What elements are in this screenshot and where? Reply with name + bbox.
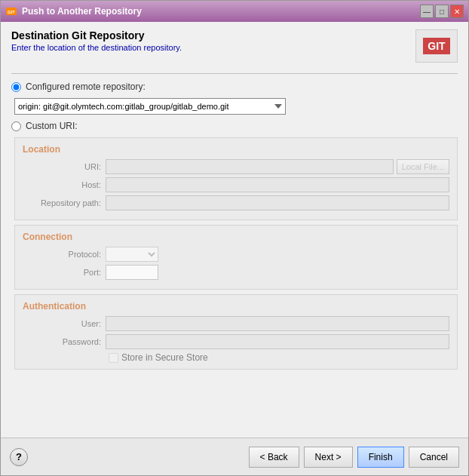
window: GIT Push to Another Repository — □ ✕ Des… bbox=[0, 0, 469, 476]
remote-dropdown-row: origin: git@git.olymtech.com:gitlab_grou… bbox=[14, 98, 458, 115]
next-button[interactable]: Next > bbox=[304, 447, 353, 468]
close-button[interactable]: ✕ bbox=[450, 5, 464, 18]
repo-path-row: Repository path: bbox=[23, 195, 449, 210]
page-title: Destination Git Repository bbox=[11, 29, 182, 41]
minimize-button[interactable]: — bbox=[420, 5, 434, 18]
store-secure-row: Store in Secure Store bbox=[23, 352, 449, 363]
protocol-row: Protocol: sshhttphttpsgit bbox=[23, 247, 449, 262]
port-row: Port: bbox=[23, 265, 449, 280]
host-input bbox=[106, 177, 449, 192]
configured-remote-row: Configured remote repository: bbox=[11, 81, 458, 92]
repo-path-input bbox=[106, 195, 449, 210]
header-section: Destination Git Repository Enter the loc… bbox=[11, 29, 458, 63]
title-bar-left: GIT Push to Another Repository bbox=[5, 5, 142, 17]
uri-label: URI: bbox=[23, 162, 106, 171]
header-text: Destination Git Repository Enter the loc… bbox=[11, 29, 182, 52]
remote-repository-select[interactable]: origin: git@git.olymtech.com:gitlab_grou… bbox=[14, 98, 286, 115]
window-icon: GIT bbox=[5, 5, 17, 17]
connection-section: Connection Protocol: sshhttphttpsgit Por… bbox=[14, 225, 458, 290]
protocol-select: sshhttphttpsgit bbox=[106, 247, 158, 262]
store-secure-checkbox bbox=[109, 353, 118, 363]
svg-text:GIT: GIT bbox=[8, 10, 15, 14]
protocol-label: Protocol: bbox=[23, 250, 106, 259]
user-input bbox=[106, 316, 449, 331]
custom-uri-radio[interactable] bbox=[11, 121, 21, 131]
location-title: Location bbox=[23, 144, 449, 155]
footer: ? < Back Next > Finish Cancel bbox=[1, 438, 468, 475]
custom-uri-label: Custom URI: bbox=[26, 121, 78, 131]
custom-uri-sections: Location URI: Local File... Host: Reposi… bbox=[14, 137, 458, 370]
footer-right: < Back Next > Finish Cancel bbox=[249, 447, 459, 468]
footer-left: ? bbox=[10, 448, 28, 466]
user-label: User: bbox=[23, 319, 106, 328]
user-row: User: bbox=[23, 316, 449, 331]
password-row: Password: bbox=[23, 334, 449, 349]
uri-input bbox=[106, 159, 394, 174]
password-label: Password: bbox=[23, 337, 106, 346]
connection-title: Connection bbox=[23, 232, 449, 242]
local-file-button: Local File... bbox=[397, 159, 449, 174]
port-input bbox=[106, 265, 158, 280]
title-buttons: — □ ✕ bbox=[420, 5, 464, 18]
host-label: Host: bbox=[23, 180, 106, 189]
back-button[interactable]: < Back bbox=[249, 447, 299, 468]
host-row: Host: bbox=[23, 177, 449, 192]
password-input bbox=[106, 334, 449, 349]
custom-uri-row: Custom URI: bbox=[11, 121, 458, 131]
repo-path-label: Repository path: bbox=[23, 198, 106, 207]
store-secure-label: Store in Secure Store bbox=[121, 352, 208, 363]
page-subtitle: Enter the location of the destination re… bbox=[11, 43, 182, 52]
authentication-section: Authentication User: Password: Store in … bbox=[14, 294, 458, 370]
cancel-button[interactable]: Cancel bbox=[409, 447, 459, 468]
title-bar: GIT Push to Another Repository — □ ✕ bbox=[1, 1, 468, 22]
uri-row: URI: Local File... bbox=[23, 159, 449, 174]
finish-button[interactable]: Finish bbox=[357, 447, 404, 468]
authentication-title: Authentication bbox=[23, 301, 449, 312]
git-logo-text: GIT bbox=[423, 38, 449, 54]
uri-input-group: Local File... bbox=[106, 159, 449, 174]
git-logo: GIT bbox=[415, 29, 458, 63]
port-label: Port: bbox=[23, 268, 106, 277]
main-content: Destination Git Repository Enter the loc… bbox=[1, 22, 468, 438]
header-divider bbox=[11, 73, 458, 74]
window-title: Push to Another Repository bbox=[22, 6, 142, 17]
configured-remote-label: Configured remote repository: bbox=[26, 81, 146, 92]
configured-remote-radio[interactable] bbox=[11, 82, 21, 92]
help-button[interactable]: ? bbox=[10, 448, 28, 466]
location-section: Location URI: Local File... Host: Reposi… bbox=[14, 137, 458, 220]
maximize-button[interactable]: □ bbox=[435, 5, 449, 18]
